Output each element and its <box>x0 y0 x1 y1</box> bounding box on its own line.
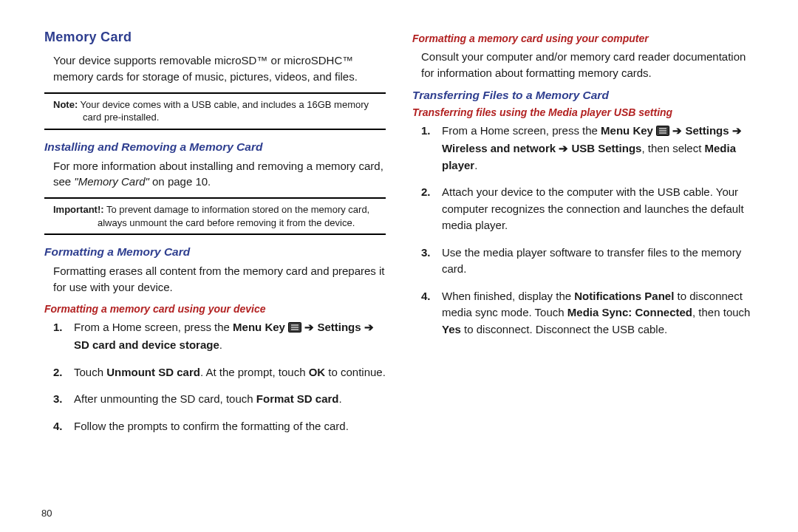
formatting-paragraph: Formatting erases all content from the m… <box>44 263 386 296</box>
notifications-panel-label: Notifications Panel <box>574 290 674 302</box>
list-item: Touch Unmount SD card. At the prompt, to… <box>53 364 386 381</box>
format-computer-subheading: Formatting a memory card using your comp… <box>412 33 754 44</box>
list-item: Follow the prompts to confirm the format… <box>53 418 386 435</box>
install-text-post: on page 10. <box>149 175 211 188</box>
page-number: 80 <box>41 508 52 519</box>
transfer-steps: From a Home screen, press the Menu Key ➔… <box>412 123 754 338</box>
list-item: From a Home screen, press the Menu Key ➔… <box>421 123 754 174</box>
list-item: From a Home screen, press the Menu Key ➔… <box>53 319 386 354</box>
step-text: . <box>339 392 342 405</box>
transfer-heading: Transferring Files to a Memory Card <box>412 89 754 102</box>
step-text: From a Home screen, press the <box>74 321 233 333</box>
important-label: Important!: <box>53 204 104 215</box>
transfer-subheading: Transferring files using the Media playe… <box>412 106 754 118</box>
note-label: Note: <box>53 99 78 110</box>
note-line1: Your device comes with a USB cable, and … <box>78 99 369 110</box>
media-sync-label: Media Sync: Connected <box>567 306 692 318</box>
arrow-icon: ➔ <box>301 321 317 333</box>
sd-storage-label: SD card and device storage <box>74 338 219 351</box>
step-text: , then touch <box>692 306 750 318</box>
arrow-icon: ➔ <box>556 142 571 154</box>
yes-label: Yes <box>442 323 461 335</box>
important-line2: always unmount the card before removing … <box>53 216 381 230</box>
right-column: Formatting a memory card using your comp… <box>399 30 776 525</box>
important-box: Important!: To prevent damage to informa… <box>44 197 386 235</box>
step-text: to disconnect. Disconnect the USB cable. <box>461 323 667 335</box>
format-device-subheading: Formatting a memory card using your devi… <box>44 303 386 315</box>
ok-label: OK <box>309 366 326 378</box>
format-label: Format SD card <box>256 392 339 405</box>
section-title: Memory Card <box>44 30 386 45</box>
step-text: . At the prompt, touch <box>200 366 309 378</box>
unmount-label: Unmount SD card <box>106 366 200 378</box>
step-text: Touch <box>74 366 106 378</box>
format-computer-paragraph: Consult your computer and/or memory card… <box>412 49 754 81</box>
list-item: Attach your device to the computer with … <box>421 184 754 234</box>
settings-label: Settings <box>685 124 729 137</box>
step-text: . <box>219 338 222 351</box>
arrow-icon: ➔ <box>729 124 742 137</box>
note-box: Note: Your device comes with a USB cable… <box>44 92 386 130</box>
step-text: to continue. <box>325 366 386 378</box>
step-text: . <box>474 159 477 171</box>
left-column: Memory Card Your device supports removab… <box>22 30 399 525</box>
step-text: From a Home screen, press the <box>442 124 601 137</box>
menu-key-label: Menu Key <box>233 321 285 333</box>
list-item: After unmounting the SD card, touch Form… <box>53 391 386 408</box>
install-quote: "Memory Card" <box>74 175 149 188</box>
manual-page: Memory Card Your device supports removab… <box>0 0 798 532</box>
step-text: After unmounting the SD card, touch <box>74 392 256 405</box>
menu-key-label: Menu Key <box>601 124 653 137</box>
step-text: When finished, display the <box>442 290 574 302</box>
arrow-icon: ➔ <box>361 321 374 333</box>
formatting-heading: Formatting a Memory Card <box>44 245 386 259</box>
step-text: , then select <box>641 142 704 154</box>
arrow-icon: ➔ <box>669 124 685 137</box>
important-line1: To prevent damage to information stored … <box>104 204 370 215</box>
wireless-label: Wireless and network <box>442 142 556 154</box>
install-paragraph: For more information about installing an… <box>44 158 386 191</box>
intro-paragraph: Your device supports removable microSD™ … <box>44 52 386 85</box>
settings-label: Settings <box>317 321 361 333</box>
menu-key-icon <box>656 124 669 141</box>
note-line2: card pre-installed. <box>53 111 381 124</box>
format-device-steps: From a Home screen, press the Menu Key ➔… <box>44 319 386 435</box>
menu-key-icon <box>288 321 301 338</box>
install-remove-heading: Installing and Removing a Memory Card <box>44 140 386 154</box>
list-item: When finished, display the Notifications… <box>421 288 754 338</box>
list-item: Use the media player software to transfe… <box>421 245 754 278</box>
usb-settings-label: USB Settings <box>571 142 641 154</box>
